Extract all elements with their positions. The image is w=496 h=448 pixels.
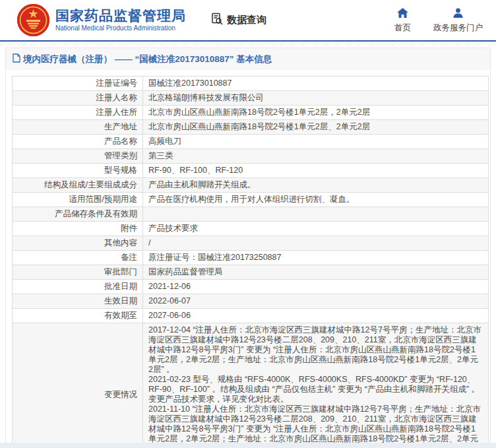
table-row: 审批部门 国家药品监督管理局	[13, 265, 489, 280]
site-logo[interactable]: 国家药品监督管理局 National Medical Products Admi…	[17, 4, 186, 36]
row-label: 管理类别	[13, 149, 143, 164]
row-label: 其他内容	[13, 236, 143, 251]
row-value: 产品技术要求	[143, 222, 489, 236]
row-value: 2021-12-06	[143, 280, 489, 294]
table-row: 批准日期 2021-12-06	[13, 280, 489, 294]
user-icon	[453, 8, 463, 22]
change-history-value: 2017-12-04 “注册人住所：北京市海淀区西三旗建材城中路12号7号平房；…	[143, 323, 489, 448]
row-value: 第三类	[143, 149, 489, 164]
table-row: 适用范围/预期用途 产品在医疗机构使用，用于对人体组织进行切割、凝血。	[13, 193, 489, 207]
row-label: 附件	[13, 222, 143, 236]
page-title: 境内医疗器械（注册） —— “国械注准20173010887” 基本信息	[23, 53, 272, 65]
brand-title: 国家药品监督管理局	[55, 8, 186, 24]
row-value	[143, 207, 489, 222]
row-label: 型号规格	[13, 164, 143, 178]
table-row: 型号规格 RF-90、RF-100、RF-120	[13, 164, 489, 178]
nav-home[interactable]: 首页	[394, 8, 411, 33]
row-value: 产品在医疗机构使用，用于对人体组织进行切割、凝血。	[143, 193, 489, 207]
document-search-icon	[211, 13, 227, 28]
row-value: RF-90、RF-100、RF-120	[143, 164, 489, 178]
row-label: 有效期至	[13, 309, 143, 323]
row-label: 审批部门	[13, 265, 143, 280]
header-texture	[0, 42, 496, 46]
table-row: 管理类别 第三类	[13, 149, 489, 164]
row-value: 国家药品监督管理局	[143, 265, 489, 280]
table-row: 生产地址 北京市房山区燕山燕新南路18号院2号楼1单元2层、2单元2层	[13, 120, 489, 135]
row-value: 2027-06-06	[143, 309, 489, 323]
row-label: 变更情况	[13, 323, 143, 448]
row-value: 高频电刀	[143, 135, 489, 149]
row-label: 注册人住所	[13, 106, 143, 120]
row-value: 国械注准20173010887	[143, 77, 489, 91]
footer-strip	[0, 443, 496, 448]
header-nav: 首页 政务服务门户	[394, 8, 487, 33]
table-row: 注册人名称 北京格瑞朗博科技发展有限公司	[13, 91, 489, 106]
data-query-menu[interactable]: 数据查询	[211, 13, 266, 28]
registration-info-table: 注册证编号 国械注准20173010887 注册人名称 北京格瑞朗博科技发展有限…	[12, 76, 489, 448]
header: 国家药品监督管理局 National Medical Products Admi…	[0, 0, 496, 42]
row-value: 产品由主机和脚踏开关组成。	[143, 178, 489, 193]
row-label: 批准日期	[13, 280, 143, 294]
row-value: 北京市房山区燕山燕新南路18号院2号楼1单元2层，2单元2层	[143, 106, 489, 120]
brand-text: 国家药品监督管理局 National Medical Products Admi…	[55, 8, 186, 32]
row-label: 注册人名称	[13, 91, 143, 106]
section-titlebar: 境内医疗器械（注册） —— “国械注准20173010887” 基本信息	[6, 48, 490, 70]
row-label: 适用范围/预期用途	[13, 193, 143, 207]
table-row: 其他内容 /	[13, 236, 489, 251]
table-row: 产品名称 高频电刀	[13, 135, 489, 149]
table-row: 有效期至 2027-06-06	[13, 309, 489, 323]
table-row: 备注 原注册证号：国械注准20173250887	[13, 251, 489, 265]
national-emblem-icon	[17, 4, 49, 36]
table-row: 产品储存条件及有效期	[13, 207, 489, 222]
row-label: 产品储存条件及有效期	[13, 207, 143, 222]
row-label: 注册证编号	[13, 77, 143, 91]
table-row: 生效日期 2022-06-07	[13, 294, 489, 309]
data-query-label: 数据查询	[227, 14, 266, 26]
nav-portal-label: 政务服务门户	[433, 22, 483, 33]
table-row: 附件 产品技术要求	[13, 222, 489, 236]
row-label: 备注	[13, 251, 143, 265]
row-label: 生效日期	[13, 294, 143, 309]
brand-subtitle: National Medical Products Administration	[55, 24, 186, 32]
row-value: 北京格瑞朗博科技发展有限公司	[143, 91, 489, 106]
content-panel: 境内医疗器械（注册） —— “国械注准20173010887” 基本信息 注册证…	[5, 48, 491, 448]
table-row-change-history: 变更情况 2017-12-04 “注册人住所：北京市海淀区西三旗建材城中路12号…	[13, 323, 489, 448]
row-label: 结构及组成/主要组成成分	[13, 178, 143, 193]
table-row: 注册人住所 北京市房山区燕山燕新南路18号院2号楼1单元2层，2单元2层	[13, 106, 489, 120]
row-value: 北京市房山区燕山燕新南路18号院2号楼1单元2层、2单元2层	[143, 120, 489, 135]
document-icon	[13, 53, 23, 65]
row-label: 生产地址	[13, 120, 143, 135]
home-icon	[397, 8, 408, 22]
row-value: /	[143, 236, 489, 251]
table-row: 结构及组成/主要组成成分 产品由主机和脚踏开关组成。	[13, 178, 489, 193]
row-value: 原注册证号：国械注准20173250887	[143, 251, 489, 265]
nav-home-label: 首页	[394, 22, 411, 33]
row-value: 2022-06-07	[143, 294, 489, 309]
row-label: 产品名称	[13, 135, 143, 149]
table-row: 注册证编号 国械注准20173010887	[13, 77, 489, 91]
nav-portal[interactable]: 政务服务门户	[433, 8, 483, 33]
